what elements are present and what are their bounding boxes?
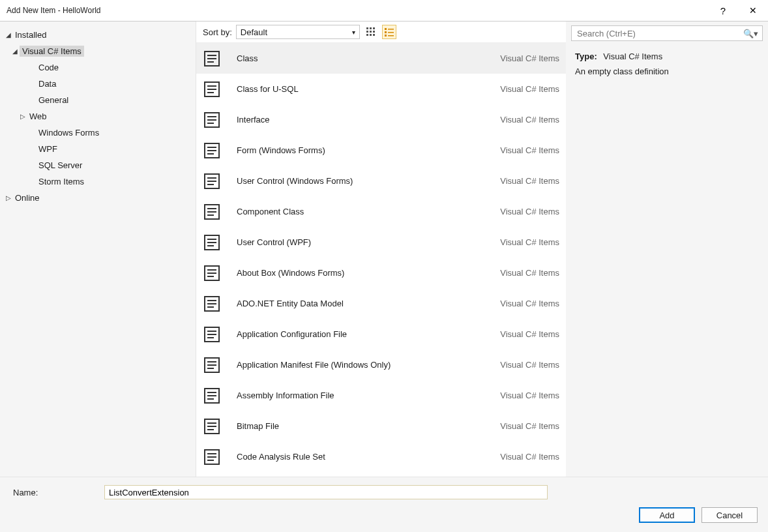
svg-rect-20	[207, 85, 216, 87]
template-item[interactable]: User Control (WPF)Visual C# Items	[196, 227, 566, 258]
svg-rect-65	[207, 426, 216, 427]
item-icon	[201, 324, 222, 345]
tree-visual-csharp-items[interactable]: ◢ Visual C# Items	[0, 43, 196, 59]
template-list[interactable]: ClassVisual C# ItemsClass for U-SQLVisua…	[196, 43, 566, 477]
svg-rect-7	[370, 34, 372, 36]
template-item[interactable]: Assembly Information FileVisual C# Items	[196, 380, 566, 411]
item-name: Component Class	[230, 207, 492, 216]
item-category: Visual C# Items	[500, 268, 559, 278]
svg-rect-48	[207, 300, 216, 301]
template-icon	[203, 111, 221, 129]
svg-rect-17	[207, 58, 216, 59]
item-name: Class for U-SQL	[230, 84, 492, 94]
item-icon	[201, 385, 222, 406]
svg-rect-52	[207, 331, 216, 332]
template-item[interactable]: ClassVisual C# Items	[196, 43, 566, 74]
item-category: Visual C# Items	[500, 53, 559, 63]
window-title: Add New Item - HelloWorld	[7, 6, 101, 15]
item-name: Form (Windows Forms)	[230, 145, 492, 155]
template-item[interactable]: Code Analysis Rule SetVisual C# Items	[196, 441, 566, 472]
item-icon	[201, 201, 222, 222]
svg-rect-45	[207, 273, 216, 274]
svg-rect-54	[207, 337, 214, 338]
svg-rect-50	[207, 306, 214, 308]
item-category: Visual C# Items	[500, 299, 559, 308]
view-list-button[interactable]	[382, 25, 396, 39]
chevron-down-icon: ▾	[352, 29, 355, 36]
tree-item-storm-items[interactable]: Storm Items	[0, 173, 196, 190]
svg-rect-56	[207, 361, 216, 362]
svg-rect-4	[370, 31, 372, 33]
item-name: About Box (Windows Forms)	[230, 268, 492, 278]
template-item[interactable]: About Box (Windows Forms)Visual C# Items	[196, 258, 566, 288]
sort-label: Sort by:	[203, 27, 232, 37]
list-icon	[385, 27, 394, 37]
template-item[interactable]: Form (Windows Forms)Visual C# Items	[196, 135, 566, 166]
tree-installed[interactable]: ◢ Installed	[0, 27, 196, 43]
template-item[interactable]: Component ClassVisual C# Items	[196, 196, 566, 227]
item-icon	[201, 293, 222, 314]
view-icons-button[interactable]	[364, 25, 378, 39]
item-category: Visual C# Items	[500, 145, 559, 155]
tree-item-data[interactable]: Data	[0, 76, 196, 92]
svg-rect-29	[207, 150, 216, 151]
tree-label: Data	[37, 79, 56, 89]
svg-rect-60	[207, 392, 216, 393]
tree-label: Web	[27, 111, 47, 121]
close-button[interactable]: ✕	[738, 0, 768, 21]
template-icon	[203, 295, 221, 313]
template-item[interactable]: ADO.NET Entity Data ModelVisual C# Items	[196, 288, 566, 319]
template-item[interactable]: Class for U-SQLVisual C# Items	[196, 74, 566, 104]
svg-rect-68	[207, 453, 216, 454]
svg-rect-33	[207, 181, 216, 182]
svg-rect-26	[207, 123, 214, 124]
sort-dropdown[interactable]: Default ▾	[236, 25, 360, 39]
template-item[interactable]: User Control (Windows Forms)Visual C# It…	[196, 166, 566, 196]
svg-rect-34	[207, 184, 214, 185]
details-panel: 🔍▾ Type: Visual C# Items An empty class …	[566, 22, 768, 477]
template-item[interactable]: Bitmap FileVisual C# Items	[196, 411, 566, 441]
item-name: Code Analysis Rule Set	[230, 452, 492, 462]
cancel-button[interactable]: Cancel	[702, 507, 758, 523]
help-button[interactable]: ?	[708, 0, 738, 21]
template-item[interactable]: Application Manifest File (Windows Only)…	[196, 349, 566, 380]
svg-rect-40	[207, 239, 216, 240]
add-button[interactable]: Add	[639, 507, 695, 523]
type-line: Type: Visual C# Items	[575, 52, 759, 61]
template-item[interactable]: InterfaceVisual C# Items	[196, 104, 566, 135]
template-item[interactable]: Application Configuration FileVisual C# …	[196, 319, 566, 349]
svg-rect-25	[207, 119, 216, 121]
search-box[interactable]: 🔍▾	[571, 25, 763, 41]
svg-rect-42	[207, 245, 214, 246]
tree-item-wpf[interactable]: WPF	[0, 141, 196, 157]
titlebar: Add New Item - HelloWorld ? ✕	[0, 0, 768, 21]
svg-rect-32	[207, 177, 216, 179]
template-icon	[203, 264, 221, 282]
chevron-right-icon: ▷	[18, 113, 27, 120]
item-category: Visual C# Items	[500, 391, 559, 400]
name-label: Name:	[13, 488, 104, 497]
search-input[interactable]	[576, 28, 743, 39]
item-category: Visual C# Items	[500, 237, 559, 247]
tree-online[interactable]: ▷ Online	[0, 190, 196, 206]
tree-item-windows-forms[interactable]: Windows Forms	[0, 125, 196, 141]
name-input[interactable]	[104, 485, 548, 499]
template-icon	[203, 325, 221, 344]
template-icon	[203, 172, 221, 190]
svg-rect-0	[366, 27, 368, 29]
svg-rect-62	[207, 398, 214, 400]
tree-label: General	[37, 95, 68, 105]
item-icon	[201, 171, 222, 192]
tree-item-web[interactable]: ▷Web	[0, 108, 196, 125]
item-category: Visual C# Items	[500, 360, 559, 370]
tree-item-sql-server[interactable]: SQL Server	[0, 157, 196, 173]
tree-label: Storm Items	[37, 177, 84, 186]
svg-rect-14	[388, 35, 394, 37]
tree-item-general[interactable]: General	[0, 92, 196, 108]
tree-item-code[interactable]: Code	[0, 59, 196, 76]
svg-rect-41	[207, 242, 216, 243]
template-icon	[203, 387, 221, 405]
item-icon	[201, 48, 222, 69]
svg-rect-36	[207, 208, 216, 209]
svg-rect-10	[388, 29, 394, 30]
